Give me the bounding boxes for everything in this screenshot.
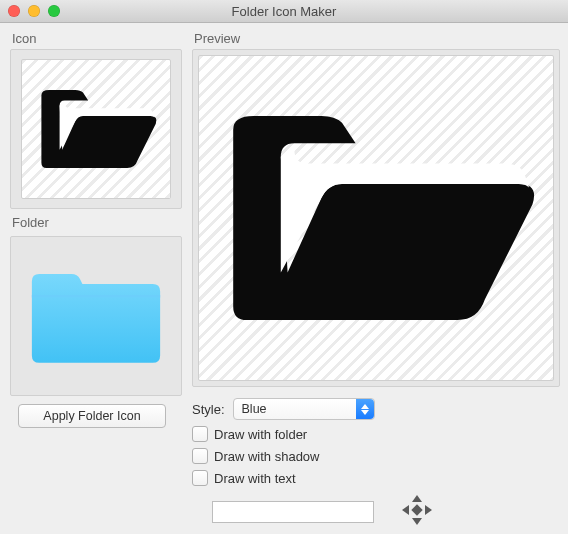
text-input[interactable] — [212, 501, 374, 523]
preview-section-label: Preview — [194, 31, 560, 46]
style-label: Style: — [192, 402, 225, 417]
style-selected-value: Blue — [242, 402, 267, 416]
icon-section-label: Icon — [12, 31, 182, 46]
draw-with-shadow-label: Draw with shadow — [214, 449, 320, 464]
folder-section-label: Folder — [12, 215, 182, 230]
close-icon[interactable] — [8, 5, 20, 17]
folder-well[interactable] — [10, 236, 182, 396]
draw-with-text-checkbox[interactable] — [192, 470, 208, 486]
traffic-lights — [8, 5, 60, 17]
chevron-up-down-icon — [356, 399, 374, 419]
apply-folder-icon-button[interactable]: Apply Folder Icon — [18, 404, 166, 428]
icon-thumbnail — [21, 59, 171, 199]
titlebar: Folder Icon Maker — [0, 0, 568, 23]
minimize-icon[interactable] — [28, 5, 40, 17]
draw-with-shadow-checkbox[interactable] — [192, 448, 208, 464]
preview-well — [192, 49, 560, 387]
window-title: Folder Icon Maker — [0, 4, 568, 19]
zoom-icon[interactable] — [48, 5, 60, 17]
svg-rect-0 — [411, 504, 422, 515]
move-icon[interactable] — [400, 493, 434, 530]
apply-folder-icon-label: Apply Folder Icon — [43, 409, 140, 423]
draw-with-folder-checkbox[interactable] — [192, 426, 208, 442]
mac-folder-icon — [22, 251, 170, 381]
open-folder-icon-large — [206, 68, 546, 368]
draw-with-folder-label: Draw with folder — [214, 427, 307, 442]
style-popup[interactable]: Blue — [233, 398, 375, 420]
open-folder-icon — [31, 74, 161, 184]
preview-canvas — [198, 55, 554, 381]
draw-with-text-label: Draw with text — [214, 471, 296, 486]
icon-well[interactable] — [10, 49, 182, 209]
